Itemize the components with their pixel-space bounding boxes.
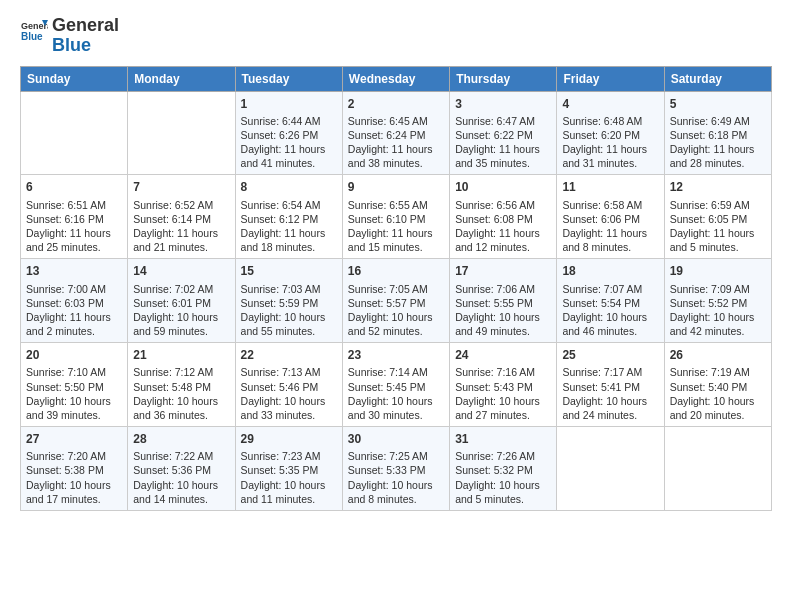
calendar-cell: 19Sunrise: 7:09 AMSunset: 5:52 PMDayligh… [664,259,771,343]
day-info: Sunrise: 7:02 AM [133,282,229,296]
day-info: Sunset: 5:46 PM [241,380,337,394]
day-info: Daylight: 10 hours and 36 minutes. [133,394,229,422]
calendar-cell: 14Sunrise: 7:02 AMSunset: 6:01 PMDayligh… [128,259,235,343]
calendar-cell: 26Sunrise: 7:19 AMSunset: 5:40 PMDayligh… [664,343,771,427]
day-info: Daylight: 11 hours and 2 minutes. [26,310,122,338]
calendar-cell: 16Sunrise: 7:05 AMSunset: 5:57 PMDayligh… [342,259,449,343]
day-number: 17 [455,263,551,279]
day-number: 18 [562,263,658,279]
calendar-cell [664,427,771,511]
day-info: Daylight: 10 hours and 14 minutes. [133,478,229,506]
day-info: Sunrise: 6:59 AM [670,198,766,212]
calendar-table: SundayMondayTuesdayWednesdayThursdayFrid… [20,66,772,511]
calendar-week-2: 6Sunrise: 6:51 AMSunset: 6:16 PMDaylight… [21,175,772,259]
day-number: 2 [348,96,444,112]
day-number: 13 [26,263,122,279]
calendar-cell: 21Sunrise: 7:12 AMSunset: 5:48 PMDayligh… [128,343,235,427]
calendar-cell: 22Sunrise: 7:13 AMSunset: 5:46 PMDayligh… [235,343,342,427]
day-number: 16 [348,263,444,279]
day-info: Sunrise: 6:44 AM [241,114,337,128]
day-info: Sunset: 6:22 PM [455,128,551,142]
day-info: Sunset: 5:38 PM [26,463,122,477]
day-info: Sunset: 6:06 PM [562,212,658,226]
logo: General Blue General Blue [20,16,119,56]
svg-text:Blue: Blue [21,31,43,42]
day-info: Sunset: 6:08 PM [455,212,551,226]
day-info: Daylight: 10 hours and 27 minutes. [455,394,551,422]
day-info: Sunrise: 7:17 AM [562,365,658,379]
day-info: Daylight: 10 hours and 24 minutes. [562,394,658,422]
day-info: Daylight: 11 hours and 31 minutes. [562,142,658,170]
day-info: Sunrise: 6:55 AM [348,198,444,212]
calendar-cell: 17Sunrise: 7:06 AMSunset: 5:55 PMDayligh… [450,259,557,343]
day-info: Daylight: 11 hours and 21 minutes. [133,226,229,254]
day-info: Sunset: 5:59 PM [241,296,337,310]
calendar-cell: 3Sunrise: 6:47 AMSunset: 6:22 PMDaylight… [450,91,557,175]
day-info: Sunrise: 6:45 AM [348,114,444,128]
day-number: 3 [455,96,551,112]
day-info: Sunset: 6:03 PM [26,296,122,310]
day-info: Daylight: 10 hours and 8 minutes. [348,478,444,506]
day-info: Sunrise: 7:25 AM [348,449,444,463]
day-info: Sunset: 5:40 PM [670,380,766,394]
calendar-cell: 9Sunrise: 6:55 AMSunset: 6:10 PMDaylight… [342,175,449,259]
calendar-cell: 25Sunrise: 7:17 AMSunset: 5:41 PMDayligh… [557,343,664,427]
logo-text: General Blue [52,16,119,56]
day-info: Sunset: 6:24 PM [348,128,444,142]
day-number: 15 [241,263,337,279]
day-info: Sunrise: 7:26 AM [455,449,551,463]
calendar-cell: 18Sunrise: 7:07 AMSunset: 5:54 PMDayligh… [557,259,664,343]
day-number: 7 [133,179,229,195]
day-info: Sunrise: 7:20 AM [26,449,122,463]
day-info: Sunset: 6:12 PM [241,212,337,226]
day-number: 23 [348,347,444,363]
calendar-cell: 6Sunrise: 6:51 AMSunset: 6:16 PMDaylight… [21,175,128,259]
day-number: 29 [241,431,337,447]
calendar-cell: 1Sunrise: 6:44 AMSunset: 6:26 PMDaylight… [235,91,342,175]
day-info: Sunset: 5:55 PM [455,296,551,310]
calendar-cell [21,91,128,175]
calendar-cell: 23Sunrise: 7:14 AMSunset: 5:45 PMDayligh… [342,343,449,427]
day-info: Sunrise: 7:06 AM [455,282,551,296]
day-info: Sunrise: 6:49 AM [670,114,766,128]
day-info: Sunset: 5:50 PM [26,380,122,394]
calendar-cell: 12Sunrise: 6:59 AMSunset: 6:05 PMDayligh… [664,175,771,259]
day-info: Daylight: 10 hours and 30 minutes. [348,394,444,422]
day-number: 24 [455,347,551,363]
day-info: Sunset: 5:43 PM [455,380,551,394]
weekday-header-monday: Monday [128,66,235,91]
day-info: Daylight: 10 hours and 5 minutes. [455,478,551,506]
day-number: 5 [670,96,766,112]
day-info: Daylight: 11 hours and 35 minutes. [455,142,551,170]
day-info: Daylight: 10 hours and 59 minutes. [133,310,229,338]
day-info: Sunset: 5:33 PM [348,463,444,477]
day-info: Sunrise: 7:00 AM [26,282,122,296]
day-info: Sunset: 5:35 PM [241,463,337,477]
calendar-week-3: 13Sunrise: 7:00 AMSunset: 6:03 PMDayligh… [21,259,772,343]
day-info: Sunset: 5:45 PM [348,380,444,394]
day-info: Daylight: 11 hours and 15 minutes. [348,226,444,254]
day-number: 11 [562,179,658,195]
weekday-header-wednesday: Wednesday [342,66,449,91]
day-number: 19 [670,263,766,279]
day-info: Sunrise: 6:47 AM [455,114,551,128]
calendar-cell: 15Sunrise: 7:03 AMSunset: 5:59 PMDayligh… [235,259,342,343]
calendar-cell: 28Sunrise: 7:22 AMSunset: 5:36 PMDayligh… [128,427,235,511]
day-info: Sunrise: 7:09 AM [670,282,766,296]
day-info: Sunset: 6:26 PM [241,128,337,142]
day-number: 6 [26,179,122,195]
day-number: 4 [562,96,658,112]
logo-blue: Blue [52,35,91,55]
day-info: Sunset: 6:14 PM [133,212,229,226]
day-info: Sunset: 6:05 PM [670,212,766,226]
day-info: Sunrise: 6:48 AM [562,114,658,128]
day-info: Sunrise: 7:16 AM [455,365,551,379]
day-number: 28 [133,431,229,447]
day-info: Daylight: 10 hours and 39 minutes. [26,394,122,422]
weekday-header-tuesday: Tuesday [235,66,342,91]
day-info: Sunrise: 6:52 AM [133,198,229,212]
day-info: Daylight: 11 hours and 18 minutes. [241,226,337,254]
calendar-cell: 27Sunrise: 7:20 AMSunset: 5:38 PMDayligh… [21,427,128,511]
day-info: Daylight: 11 hours and 5 minutes. [670,226,766,254]
day-info: Daylight: 10 hours and 11 minutes. [241,478,337,506]
